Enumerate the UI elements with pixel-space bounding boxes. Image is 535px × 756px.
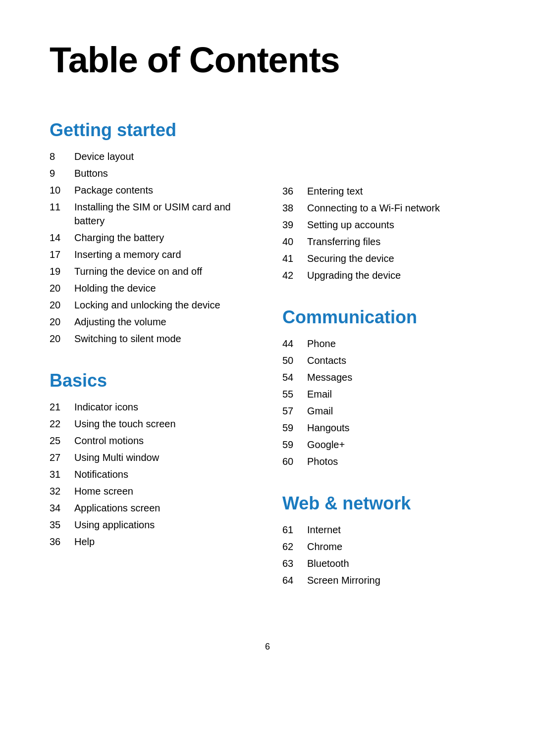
item-label: Adjusting the volume (74, 315, 166, 329)
item-label: Locking and unlocking the device (74, 298, 220, 312)
item-number: 36 (50, 535, 74, 549)
continued-list: 36 Entering text 38 Connecting to a Wi-F… (282, 184, 485, 282)
item-label: Notifications (74, 467, 128, 481)
list-item: 57 Gmail (282, 404, 485, 418)
item-number: 39 (282, 218, 307, 232)
item-label: Holding the device (74, 281, 156, 295)
item-label: Setting up accounts (307, 218, 394, 232)
communication-list: 44 Phone 50 Contacts 54 Messages 55 Emai… (282, 337, 485, 468)
item-number: 17 (50, 248, 74, 261)
item-label: Internet (307, 523, 341, 537)
item-label: Screen Mirroring (307, 573, 380, 587)
list-item: 50 Contacts (282, 353, 485, 367)
item-number: 41 (282, 252, 307, 265)
item-label: Email (307, 387, 332, 401)
list-item: 38 Connecting to a Wi-Fi network (282, 201, 485, 215)
section-title-basics: Basics (50, 370, 253, 391)
list-item: 63 Bluetooth (282, 556, 485, 570)
list-item: 40 Transferring files (282, 235, 485, 249)
list-item: 44 Phone (282, 337, 485, 351)
list-item: 20 Adjusting the volume (50, 315, 253, 329)
item-number: 22 (50, 417, 74, 431)
item-number: 9 (50, 166, 74, 180)
list-item: 61 Internet (282, 523, 485, 537)
item-number: 32 (50, 484, 74, 498)
item-number: 11 (50, 200, 74, 214)
list-item: 8 Device layout (50, 150, 253, 163)
item-number: 34 (50, 501, 74, 515)
item-number: 38 (282, 201, 307, 215)
list-item: 25 Control motions (50, 434, 253, 448)
list-item: 36 Help (50, 535, 253, 549)
item-label: Switching to silent mode (74, 332, 181, 346)
toc-columns: Getting started 8 Device layout 9 Button… (50, 120, 485, 612)
item-number: 50 (282, 353, 307, 367)
list-item: 39 Setting up accounts (282, 218, 485, 232)
list-item: 20 Holding the device (50, 281, 253, 295)
item-number: 63 (282, 556, 307, 570)
list-item: 14 Charging the battery (50, 231, 253, 245)
list-item: 34 Applications screen (50, 501, 253, 515)
web-network-list: 61 Internet 62 Chrome 63 Bluetooth 64 Sc… (282, 523, 485, 587)
item-number: 35 (50, 518, 74, 532)
list-item: 59 Google+ (282, 438, 485, 452)
item-number: 57 (282, 404, 307, 418)
item-number: 19 (50, 264, 74, 278)
item-label: Package contents (74, 183, 153, 197)
item-label: Google+ (307, 438, 345, 452)
list-item: 41 Securing the device (282, 252, 485, 265)
list-item: 60 Photos (282, 454, 485, 468)
list-item: 55 Email (282, 387, 485, 401)
item-label: Entering text (307, 184, 363, 198)
section-getting-started: Getting started 8 Device layout 9 Button… (50, 120, 253, 346)
section-continued: 36 Entering text 38 Connecting to a Wi-F… (282, 184, 485, 282)
item-label: Buttons (74, 166, 108, 180)
item-number: 36 (282, 184, 307, 198)
item-number: 60 (282, 454, 307, 468)
list-item: 17 Inserting a memory card (50, 248, 253, 261)
item-number: 42 (282, 268, 307, 282)
item-label: Installing the SIM or USIM card and batt… (74, 200, 253, 228)
item-label: Help (74, 535, 95, 549)
list-item: 32 Home screen (50, 484, 253, 498)
item-label: Using Multi window (74, 451, 159, 464)
section-basics: Basics 21 Indicator icons 22 Using the t… (50, 370, 253, 549)
page-footer-number: 6 (50, 642, 485, 652)
getting-started-list: 8 Device layout 9 Buttons 10 Package con… (50, 150, 253, 346)
section-title-web-network: Web & network (282, 493, 485, 514)
item-number: 25 (50, 434, 74, 448)
basics-list: 21 Indicator icons 22 Using the touch sc… (50, 400, 253, 549)
section-web-network: Web & network 61 Internet 62 Chrome 63 B… (282, 493, 485, 587)
item-number: 55 (282, 387, 307, 401)
item-number: 20 (50, 281, 74, 295)
list-item: 19 Turning the device on and off (50, 264, 253, 278)
list-item: 9 Buttons (50, 166, 253, 180)
item-label: Messages (307, 370, 352, 384)
list-item: 62 Chrome (282, 540, 485, 554)
item-number: 59 (282, 421, 307, 435)
item-label: Transferring files (307, 235, 380, 249)
item-number: 21 (50, 400, 74, 414)
list-item: 54 Messages (282, 370, 485, 384)
section-title-getting-started: Getting started (50, 120, 253, 141)
item-number: 40 (282, 235, 307, 249)
list-item: 21 Indicator icons (50, 400, 253, 414)
item-number: 27 (50, 451, 74, 464)
item-label: Gmail (307, 404, 333, 418)
item-number: 20 (50, 298, 74, 312)
item-number: 62 (282, 540, 307, 554)
item-number: 20 (50, 332, 74, 346)
list-item: 59 Hangouts (282, 421, 485, 435)
item-number: 54 (282, 370, 307, 384)
section-communication: Communication 44 Phone 50 Contacts 54 Me… (282, 307, 485, 468)
list-item: 22 Using the touch screen (50, 417, 253, 431)
list-item: 27 Using Multi window (50, 451, 253, 464)
item-label: Indicator icons (74, 400, 138, 414)
item-number: 8 (50, 150, 74, 163)
list-item: 20 Locking and unlocking the device (50, 298, 253, 312)
item-label: Turning the device on and off (74, 264, 202, 278)
item-label: Connecting to a Wi-Fi network (307, 201, 440, 215)
section-title-communication: Communication (282, 307, 485, 328)
item-label: Photos (307, 454, 338, 468)
item-number: 61 (282, 523, 307, 537)
